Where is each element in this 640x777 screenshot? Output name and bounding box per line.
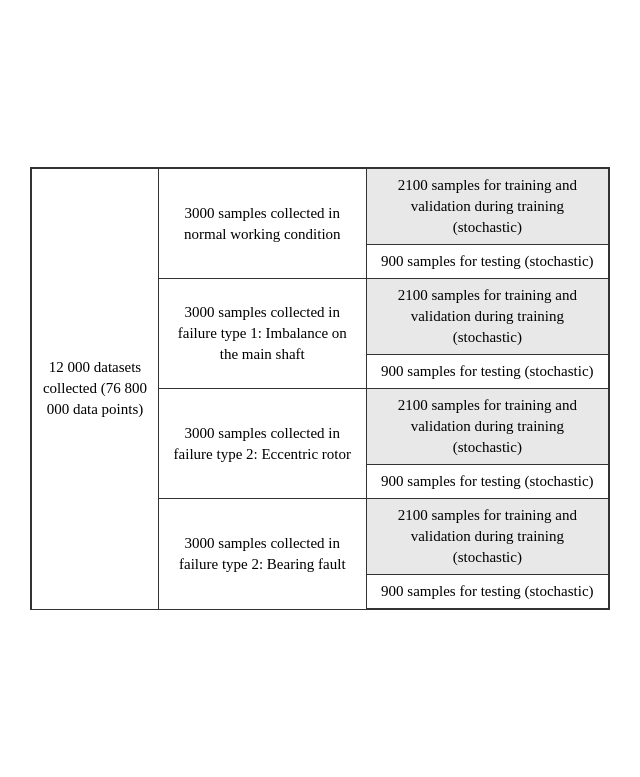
mid-cell-1: 3000 samples collected in normal working…: [158, 169, 366, 279]
right-cell-1b: 900 samples for testing (stochastic): [366, 245, 608, 279]
table-row: 12 000 datasets collected (76 800 000 da…: [32, 169, 609, 245]
mid-cell-3: 3000 samples collected in failure type 2…: [158, 389, 366, 499]
mid-text-3: 3000 samples collected in failure type 2…: [174, 425, 351, 462]
right-text-3b: 900 samples for testing (stochastic): [381, 473, 593, 489]
right-cell-4b: 900 samples for testing (stochastic): [366, 575, 608, 609]
right-text-4b: 900 samples for testing (stochastic): [381, 583, 593, 599]
right-cell-4a: 2100 samples for training and validation…: [366, 499, 608, 575]
mid-cell-2: 3000 samples collected in failure type 1…: [158, 279, 366, 389]
mid-text-1: 3000 samples collected in normal working…: [184, 205, 341, 242]
data-table: 12 000 datasets collected (76 800 000 da…: [30, 167, 610, 610]
right-text-1a: 2100 samples for training and validation…: [398, 177, 577, 235]
mid-text-4: 3000 samples collected in failure type 2…: [179, 535, 346, 572]
right-text-3a: 2100 samples for training and validation…: [398, 397, 577, 455]
right-text-2b: 900 samples for testing (stochastic): [381, 363, 593, 379]
right-cell-1a: 2100 samples for training and validation…: [366, 169, 608, 245]
right-cell-3a: 2100 samples for training and validation…: [366, 389, 608, 465]
right-text-1b: 900 samples for testing (stochastic): [381, 253, 593, 269]
right-cell-3b: 900 samples for testing (stochastic): [366, 465, 608, 499]
right-cell-2b: 900 samples for testing (stochastic): [366, 355, 608, 389]
right-text-4a: 2100 samples for training and validation…: [398, 507, 577, 565]
col1-text: 12 000 datasets collected (76 800 000 da…: [43, 359, 147, 417]
mid-text-2: 3000 samples collected in failure type 1…: [178, 304, 347, 362]
col1-cell: 12 000 datasets collected (76 800 000 da…: [32, 169, 159, 609]
mid-cell-4: 3000 samples collected in failure type 2…: [158, 499, 366, 609]
right-cell-2a: 2100 samples for training and validation…: [366, 279, 608, 355]
right-text-2a: 2100 samples for training and validation…: [398, 287, 577, 345]
